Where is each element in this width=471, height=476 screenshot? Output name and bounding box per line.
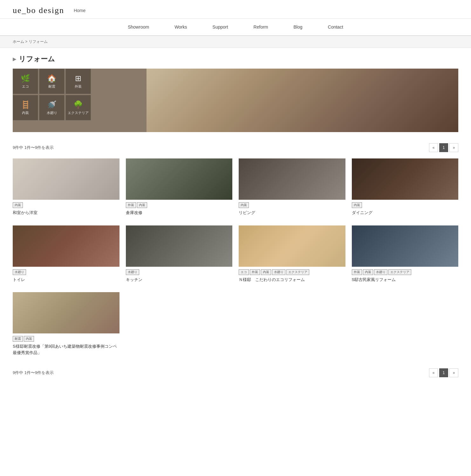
home-link[interactable]: Home — [74, 8, 85, 13]
tag-water3: 水廻り — [272, 269, 285, 275]
tags-kitchen: 水廻り — [126, 269, 233, 275]
name-eco-reform: Ｎ様邸 こだわりのエコリフォーム — [239, 277, 345, 283]
products-row-3: 耐震 内装 S様邸耐震改修「第9回あいち建築物耐震改修事例コンペ 最優秀賞作品」 — [13, 292, 458, 356]
product-img-kitchen — [126, 225, 233, 267]
nav-works[interactable]: Works — [162, 19, 200, 35]
product-eco-reform[interactable]: エコ 外装 内装 水廻り エクステリア Ｎ様邸 こだわりのエコリフォーム — [239, 225, 345, 283]
product-img-washitsu — [13, 158, 119, 200]
nav-showroom[interactable]: Showroom — [115, 19, 162, 35]
breadcrumb: ホーム > リフォーム — [0, 36, 471, 48]
product-img-living — [239, 158, 345, 200]
pagination-top: 9件中 1件〜9件を表示 « 1 » — [0, 140, 471, 155]
tag-naisou7: 内装 — [24, 336, 34, 342]
breadcrumb-home[interactable]: ホーム — [13, 39, 24, 44]
product-img-quake — [13, 292, 119, 333]
quake-icon: 🏠 — [47, 74, 57, 83]
cat-exterior-label: エクステリア — [68, 111, 89, 115]
product-living[interactable]: 内装 リビング — [239, 158, 345, 216]
logo: ue_bo design — [13, 6, 64, 15]
prev-page-bottom[interactable]: « — [429, 368, 438, 377]
nav-contact[interactable]: Contact — [315, 19, 356, 35]
cat-interior-label: 内装 — [22, 111, 29, 115]
breadcrumb-current: リフォーム — [29, 39, 48, 44]
tag-gaiso: 外装 — [126, 202, 136, 208]
tag-naisou: 内装 — [13, 202, 23, 208]
name-kitchen: キッチン — [126, 277, 233, 283]
next-page-bottom[interactable]: » — [449, 368, 458, 377]
tag-ext1: エクステリア — [286, 269, 309, 275]
next-page-top[interactable]: » — [449, 143, 458, 152]
tags-washitsu: 内装 — [13, 202, 119, 208]
hero-banner: 🌿 エコ 🏠 耐震 ⊞ 外装 🪜 内装 🚿 水廻り 🌳 エクステリア — [13, 69, 458, 132]
product-img-toilet — [13, 225, 119, 267]
tag-water4: 水廻り — [374, 269, 387, 275]
cat-interior[interactable]: 🪜 内装 — [13, 95, 38, 120]
prev-page-top[interactable]: « — [429, 143, 438, 152]
tags-souko: 外装 内装 — [126, 202, 233, 208]
cat-eco-label: エコ — [22, 84, 29, 89]
cat-exterior-big-label: 外装 — [75, 84, 82, 89]
cat-eco[interactable]: 🌿 エコ — [13, 69, 38, 94]
pagination-controls-top: « 1 » — [429, 143, 458, 152]
tag-naisou5: 内装 — [261, 269, 271, 275]
cat-water[interactable]: 🚿 水廻り — [39, 95, 65, 120]
product-img-souko — [126, 158, 233, 200]
cat-water-label: 水廻り — [47, 111, 57, 115]
product-folk[interactable]: 外装 内装 水廻り エクステリア S邸古民家風リフォーム — [352, 225, 459, 283]
nav-support[interactable]: Support — [200, 19, 241, 35]
item-count-bottom: 9件中 1件〜9件を表示 — [13, 370, 54, 376]
cat-quake-label: 耐震 — [48, 84, 55, 89]
product-img-dining — [352, 158, 459, 200]
exterior-icon: 🌳 — [73, 100, 83, 109]
cat-exterior[interactable]: 🌳 エクステリア — [65, 95, 91, 120]
name-dining: ダイニング — [352, 210, 459, 216]
tags-eco: エコ 外装 内装 水廻り エクステリア — [239, 269, 345, 275]
tag-ext2: エクステリア — [388, 269, 411, 275]
name-toilet: トイレ — [13, 277, 119, 283]
eco-icon: 🌿 — [21, 74, 30, 83]
product-souko[interactable]: 外装 内装 倉庫改修 — [126, 158, 233, 216]
product-img-eco — [239, 225, 345, 267]
tag-eco1: エコ — [239, 269, 249, 275]
category-grid: 🌿 エコ 🏠 耐震 ⊞ 外装 🪜 内装 🚿 水廻り 🌳 エクステリア — [13, 69, 91, 120]
product-dining[interactable]: 内装 ダイニング — [352, 158, 459, 216]
tags-folk: 外装 内装 水廻り エクステリア — [352, 269, 459, 275]
item-count-top: 9件中 1件〜9件を表示 — [13, 145, 54, 151]
pagination-bottom: 9件中 1件〜9件を表示 « 1 » — [0, 365, 471, 387]
current-page-top[interactable]: 1 — [439, 143, 448, 152]
tags-living: 内装 — [239, 202, 345, 208]
tags-toilet: 水廻り — [13, 269, 119, 275]
exterior-big-icon: ⊞ — [75, 74, 81, 83]
tag-water2: 水廻り — [126, 269, 139, 275]
tag-naisou3: 内装 — [239, 202, 249, 208]
tag-naisou2: 内装 — [137, 202, 147, 208]
current-page-bottom[interactable]: 1 — [439, 368, 448, 377]
tag-naisou4: 内装 — [352, 202, 362, 208]
tag-gaiso3: 外装 — [352, 269, 362, 275]
product-washitsu[interactable]: 内装 和室から洋室 — [13, 158, 119, 216]
nav-blog[interactable]: Blog — [281, 19, 315, 35]
tag-quake1: 耐震 — [13, 336, 23, 342]
product-toilet[interactable]: 水廻り トイレ — [13, 225, 119, 283]
cat-quake[interactable]: 🏠 耐震 — [39, 69, 65, 94]
product-kitchen[interactable]: 水廻り キッチン — [126, 225, 233, 283]
nav-reform[interactable]: Reform — [241, 19, 281, 35]
interior-icon: 🪜 — [21, 100, 30, 109]
water-icon: 🚿 — [47, 100, 57, 109]
tag-naisou6: 内装 — [363, 269, 373, 275]
cat-exterior-big[interactable]: ⊞ 外装 — [65, 69, 91, 94]
product-quake-reform[interactable]: 耐震 内装 S様邸耐震改修「第9回あいち建築物耐震改修事例コンペ 最優秀賞作品」 — [13, 292, 119, 356]
name-quake-reform: S様邸耐震改修「第9回あいち建築物耐震改修事例コンペ 最優秀賞作品」 — [13, 343, 119, 356]
name-living: リビング — [239, 210, 345, 216]
products-row-2: 水廻り トイレ 水廻り キッチン エコ 外装 内装 水廻り エクステリア Ｎ様邸… — [13, 225, 458, 283]
tags-quake-reform: 耐震 内装 — [13, 336, 119, 342]
products-section: 内装 和室から洋室 外装 内装 倉庫改修 内装 リビング 内装 ダイニング — [0, 158, 471, 356]
hero-room-image — [147, 69, 458, 132]
name-washitsu: 和室から洋室 — [13, 210, 119, 216]
tag-water1: 水廻り — [13, 269, 26, 275]
tags-dining: 内装 — [352, 202, 459, 208]
header: ue_bo design Home — [0, 0, 471, 19]
breadcrumb-separator: > — [24, 39, 29, 44]
product-img-folk — [352, 225, 459, 267]
products-row-1: 内装 和室から洋室 外装 内装 倉庫改修 内装 リビング 内装 ダイニング — [13, 158, 458, 216]
